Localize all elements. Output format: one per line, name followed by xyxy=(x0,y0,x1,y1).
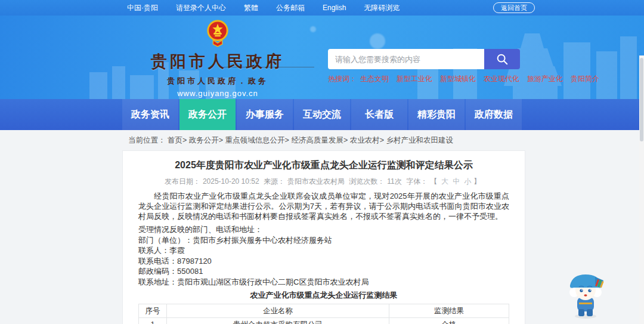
scrollbar-thumb[interactable] xyxy=(640,58,643,141)
cell-serial: 1 xyxy=(139,318,167,324)
monitoring-results-table: 序号 企业名称 监测结果 1 贵州合力超市采购有限公司 合格 2 贵州友禾种业有… xyxy=(138,304,509,324)
font-size-label: 字体： xyxy=(406,177,428,186)
breadcrumb-item[interactable]: 政务公开 xyxy=(189,136,219,144)
publish-date-value: 2025-10-20 10:52 xyxy=(203,177,259,186)
topbar-link-official-mail[interactable]: 公务邮箱 xyxy=(276,3,305,13)
contact-line-address: 联系地址：贵阳市观山湖区市级行政中心二期C区贵阳市农业农村局 xyxy=(138,277,509,288)
scrollbar-track[interactable] xyxy=(639,55,644,324)
cell-result: 合格 xyxy=(389,318,509,324)
breadcrumb-separator: > xyxy=(343,136,348,144)
city-skyline-art xyxy=(0,16,644,99)
nav-tab-gov-data[interactable]: 政府数据 xyxy=(466,99,522,130)
breadcrumb-item-home[interactable]: 首页 xyxy=(168,136,182,144)
contact-line-person: 联系人：李霞 xyxy=(138,245,509,256)
hot-search-link[interactable]: 新型城镇化 xyxy=(440,74,476,84)
nav-tab-interaction[interactable]: 互动交流 xyxy=(294,99,350,130)
header-company-name: 企业名称 xyxy=(167,304,389,318)
header-monitor-result: 监测结果 xyxy=(389,304,509,318)
contact-line-department: 部门（单位）：贵阳市乡村振兴服务中心农村经济服务站 xyxy=(138,235,509,246)
back-to-home-button[interactable]: 返回首页 xyxy=(493,2,535,13)
site-url: www.guiyang.gov.cn xyxy=(122,89,313,98)
breadcrumb-separator: > xyxy=(380,136,384,144)
contact-line-postcode: 邮政编码：550081 xyxy=(138,266,509,277)
topbar-link-login[interactable]: 请登录个人中心 xyxy=(176,3,226,13)
topbar-link-china-guiyang[interactable]: 中国·贵阳 xyxy=(127,3,158,13)
breadcrumb-separator: > xyxy=(219,136,223,144)
topbar-link-english[interactable]: English xyxy=(323,4,346,12)
breadcrumb-item-current[interactable]: 乡村产业和农田建设 xyxy=(386,136,453,144)
breadcrumb: 当前位置： 首页> 政务公开> 重点领域信息公开> 经济高质量发展> 农业农村>… xyxy=(128,135,453,146)
hot-search-label: 热搜词： xyxy=(328,74,357,84)
hot-search-link[interactable]: 新型工业化 xyxy=(397,74,432,84)
nav-tab-highlights[interactable]: 精彩贵阳 xyxy=(408,99,465,130)
main-nav: 政务资讯 政务公开 办事服务 互动交流 长者版 精彩贵阳 政府数据 xyxy=(0,99,644,130)
breadcrumb-item[interactable]: 农业农村 xyxy=(350,136,380,144)
breadcrumb-item[interactable]: 经济高质量发展 xyxy=(291,136,343,144)
breadcrumb-item[interactable]: 重点领域信息公开 xyxy=(225,136,285,144)
font-size-small-button[interactable]: 小 xyxy=(464,177,471,186)
table-caption: 农业产业化市级重点龙头企业运行监测结果 xyxy=(138,290,509,300)
nav-tab-elderly-version[interactable]: 长者版 xyxy=(351,99,407,130)
views-label: 浏览次数： xyxy=(349,177,385,186)
font-size-medium-button[interactable]: 中 xyxy=(453,177,460,186)
article-paragraph: 经贵阳市农业产业化市级重点龙头企业联席会议成员单位审定，现对2025年开展的农业… xyxy=(138,191,509,221)
search-icon xyxy=(496,53,509,66)
top-utility-bar: 中国·贵阳 请登录个人中心 繁體 公务邮箱 English 无障碍浏览 返回首页 xyxy=(0,0,644,16)
search-button[interactable] xyxy=(484,49,520,69)
article-card: 2025年度贵阳市农业产业化市级重点龙头企业运行监测和评定结果公示 发布日期：2… xyxy=(122,150,525,324)
header-serial-number: 序号 xyxy=(139,304,167,318)
contact-line: 受理情况反映的部门、电话和地址： xyxy=(138,224,509,235)
breadcrumb-separator: > xyxy=(182,136,187,144)
nav-tab-news[interactable]: 政务资讯 xyxy=(122,99,178,130)
cell-company: 贵州合力超市采购有限公司 xyxy=(167,318,389,324)
font-bracket-close: 】 xyxy=(473,177,481,186)
font-bracket-open: 【 xyxy=(430,177,437,186)
hot-search-link[interactable]: 农业现代化 xyxy=(484,74,519,84)
search-input[interactable] xyxy=(328,49,484,69)
topbar-link-traditional-chinese[interactable]: 繁體 xyxy=(244,3,258,13)
article-title: 2025年度贵阳市农业产业化市级重点龙头企业运行监测和评定结果公示 xyxy=(138,159,509,171)
nav-tab-disclosure[interactable]: 政务公开 xyxy=(179,99,236,130)
font-size-large-button[interactable]: 大 xyxy=(441,177,448,186)
hot-search-link[interactable]: 生态文明 xyxy=(360,74,389,84)
views-value: 11次 xyxy=(387,177,401,186)
table-row: 1 贵州合力超市采购有限公司 合格 xyxy=(139,318,509,324)
national-emblem-icon xyxy=(205,19,230,48)
breadcrumb-label: 当前位置： xyxy=(128,136,166,144)
logo-divider-line xyxy=(224,67,314,67)
breadcrumb-separator: > xyxy=(285,136,289,144)
article-meta: 发布日期：2025-10-20 10:52 来源：贵阳市农业农村局 浏览次数：1… xyxy=(138,177,509,187)
contact-line-phone: 联系电话：87987120 xyxy=(138,256,509,267)
hot-search-link[interactable]: 贵阳简介 xyxy=(571,74,599,84)
publish-date-label: 发布日期： xyxy=(165,177,200,186)
site-tagline: 贵阳市人民政府．政务 xyxy=(122,76,313,87)
page: 中国·贵阳 请登录个人中心 繁體 公务邮箱 English 无障碍浏览 返回首页 xyxy=(0,0,644,324)
site-logo[interactable]: 贵阳市人民政府 贵阳市人民政府．政务 www.guiyang.gov.cn xyxy=(122,19,313,98)
topbar-links: 中国·贵阳 请登录个人中心 繁體 公务邮箱 English 无障碍浏览 xyxy=(127,3,417,13)
search-area: 热搜词： 生态文明 新型工业化 新型城镇化 农业现代化 旅游产业化 贵阳简介 xyxy=(328,49,520,84)
hot-search-row: 热搜词： 生态文明 新型工业化 新型城镇化 农业现代化 旅游产业化 贵阳简介 xyxy=(328,74,520,84)
site-banner: 贵阳市人民政府 贵阳市人民政府．政务 www.guiyang.gov.cn 热搜… xyxy=(0,16,644,99)
article-body: 经贵阳市农业产业化市级重点龙头企业联席会议成员单位审定，现对2025年开展的农业… xyxy=(138,191,509,324)
source-value: 贵阳市农业农村局 xyxy=(287,177,345,186)
nav-tab-services[interactable]: 办事服务 xyxy=(237,99,293,130)
table-header-row: 序号 企业名称 监测结果 xyxy=(139,304,509,318)
site-name: 贵阳市人民政府 xyxy=(122,51,313,72)
topbar-link-accessibility[interactable]: 无障碍浏览 xyxy=(364,3,400,13)
source-label: 来源： xyxy=(264,177,285,186)
hot-search-link[interactable]: 旅游产业化 xyxy=(527,74,563,84)
mascot-assistant[interactable] xyxy=(565,270,606,320)
bokeh-dot xyxy=(370,33,385,49)
